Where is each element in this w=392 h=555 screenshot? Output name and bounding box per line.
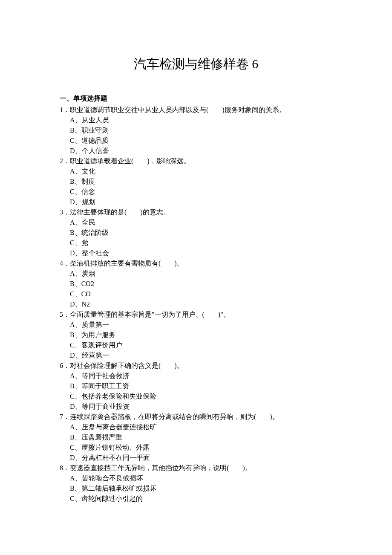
question-text: 7．连续踩踏离合器踏板，在即将分离或结合的瞬间有异响，则为( )。 xyxy=(60,412,332,422)
question-text: 2．职业道德承载着企业( )，影响深远。 xyxy=(60,156,332,166)
option-b: B、压盘磨损严重 xyxy=(60,432,332,442)
question-text: 8．变速器直接挡工作无异响，其他挡位均有异响，说明( )。 xyxy=(60,463,332,473)
option-a: A、压盘与离合器盖连接松旷 xyxy=(60,422,332,432)
option-a: A、全民 xyxy=(60,217,332,228)
option-d: D、整个社会 xyxy=(60,248,332,258)
option-c: C、包括养老保险和失业保险 xyxy=(60,391,332,402)
option-a: A、质量第一 xyxy=(60,320,332,330)
option-c: C、摩擦片铆钉松动、外露 xyxy=(60,442,332,453)
question-2: 2．职业道德承载着企业( )，影响深远。 A、文化 B、制度 C、信念 D、规划 xyxy=(60,156,332,207)
question-text: 3．法律主要体现的是( )的意志。 xyxy=(60,207,332,217)
option-d: D、N2 xyxy=(60,299,332,309)
option-b: B、第二轴后轴承松旷或损坏 xyxy=(60,483,332,494)
question-8: 8．变速器直接挡工作无异响，其他挡位均有异响，说明( )。 A、齿轮啮合不良或损… xyxy=(60,463,332,504)
question-text: 6．对社会保险理解正确的含义是( )。 xyxy=(60,361,332,371)
question-text: 4．柴油机排放的主要有害物质有( )。 xyxy=(60,258,332,269)
option-b: B、CO2 xyxy=(60,279,332,289)
option-b: B、为用户服务 xyxy=(60,330,332,340)
option-d: D、规划 xyxy=(60,197,332,207)
option-d: D、经营第一 xyxy=(60,350,332,361)
option-b: B、制度 xyxy=(60,176,332,187)
question-6: 6．对社会保险理解正确的含义是( )。 A、等同于社会救济 B、等同于职工工资 … xyxy=(60,361,332,412)
question-4: 4．柴油机排放的主要有害物质有( )。 A、炭烟 B、CO2 C、CO D、N2 xyxy=(60,258,332,309)
option-a: A、等同于社会救济 xyxy=(60,371,332,381)
option-a: A、文化 xyxy=(60,166,332,176)
option-c: C、客观评价用户 xyxy=(60,340,332,350)
question-text: 5．全面质量管理的基本宗旨是"一切为了用户、( )"。 xyxy=(60,309,332,320)
option-a: A、从业人员 xyxy=(60,115,332,125)
option-b: B、等同于职工工资 xyxy=(60,381,332,391)
option-c: C、信念 xyxy=(60,187,332,197)
option-d: D、分离杠杆不在同一平面 xyxy=(60,453,332,463)
option-b: B、统治阶级 xyxy=(60,228,332,238)
option-a: A、齿轮啮合不良或损坏 xyxy=(60,473,332,483)
question-5: 5．全面质量管理的基本宗旨是"一切为了用户、( )"。 A、质量第一 B、为用户… xyxy=(60,309,332,361)
question-7: 7．连续踩踏离合器踏板，在即将分离或结合的瞬间有异响，则为( )。 A、压盘与离… xyxy=(60,412,332,463)
document-page: 汽车检测与维修样卷 6 一、单项选择题 1．职业道德调节职业交往中从业人员内部以… xyxy=(0,0,392,546)
option-c: C、党 xyxy=(60,238,332,248)
question-text: 1．职业道德调节职业交往中从业人员内部以及与( )服务对象间的关系。 xyxy=(60,105,332,115)
option-c: C、齿轮间隙过小引起的 xyxy=(60,494,332,504)
option-c: C、道德品质 xyxy=(60,136,332,146)
section-heading: 一、单项选择题 xyxy=(60,94,332,103)
question-1: 1．职业道德调节职业交往中从业人员内部以及与( )服务对象间的关系。 A、从业人… xyxy=(60,105,332,156)
option-a: A、炭烟 xyxy=(60,269,332,279)
question-3: 3．法律主要体现的是( )的意志。 A、全民 B、统治阶级 C、党 D、整个社会 xyxy=(60,207,332,258)
document-title: 汽车检测与维修样卷 6 xyxy=(60,55,332,73)
option-c: C、CO xyxy=(60,289,332,299)
option-d: D、等同于商业投资 xyxy=(60,402,332,412)
option-b: B、职业守则 xyxy=(60,125,332,136)
option-d: D、个人信誉 xyxy=(60,146,332,156)
